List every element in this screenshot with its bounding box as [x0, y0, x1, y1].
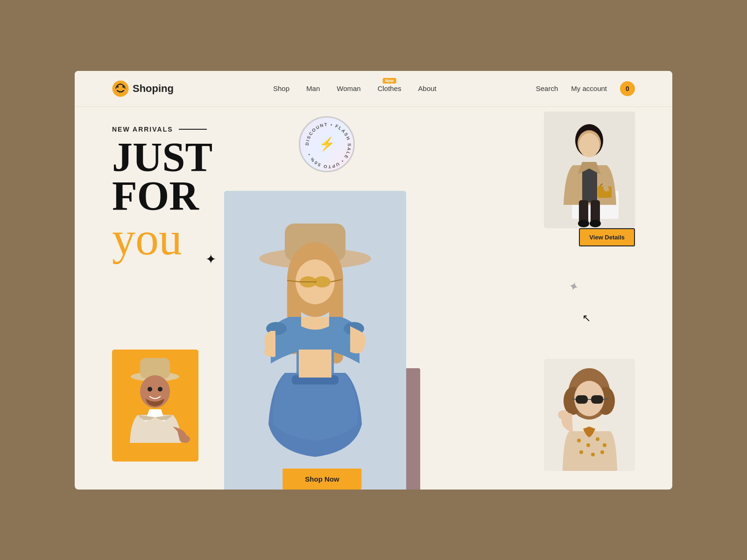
- new-badge: New: [383, 78, 396, 84]
- svg-point-37: [578, 220, 589, 227]
- search-button[interactable]: Search: [536, 84, 558, 92]
- sunglasses-model-svg: [544, 359, 635, 471]
- svg-point-26: [148, 387, 152, 392]
- header-actions: Search My account 0: [536, 81, 635, 96]
- center-image-wrapper: Shop Now: [224, 191, 420, 490]
- flash-sale-badge[interactable]: DISCOUNT • FLASH SALE • UPTO 50% • ⚡: [299, 116, 355, 172]
- main-content: NEW ARRIVALS JUST FOR you ✦ DISCOUNT • F…: [75, 107, 672, 490]
- svg-rect-46: [576, 395, 588, 404]
- svg-point-58: [558, 410, 569, 420]
- svg-point-53: [596, 437, 599, 441]
- svg-rect-21: [299, 350, 331, 378]
- cursor-icon: ↖: [582, 312, 591, 324]
- svg-point-18: [264, 347, 275, 357]
- man-model-svg: [112, 350, 198, 462]
- bottom-right-image-card: [544, 359, 635, 471]
- logo[interactable]: Shoping: [112, 80, 174, 97]
- logo-icon: [112, 80, 129, 97]
- new-arrivals-label: NEW ARRIVALS: [112, 126, 261, 133]
- svg-point-28: [181, 435, 190, 443]
- svg-point-55: [579, 450, 583, 454]
- svg-point-56: [591, 453, 595, 456]
- svg-point-51: [577, 439, 581, 442]
- nav-about[interactable]: About: [418, 84, 437, 92]
- svg-point-33: [579, 133, 599, 157]
- center-model-svg: [224, 191, 406, 490]
- svg-point-0: [113, 81, 128, 97]
- svg-point-57: [600, 450, 604, 454]
- svg-point-52: [586, 443, 590, 447]
- nav-clothes[interactable]: New Clothes: [378, 84, 402, 92]
- top-right-image-card: [544, 112, 635, 228]
- main-nav: Shop Man Woman New Clothes About: [273, 84, 437, 92]
- my-account-button[interactable]: My account: [571, 84, 607, 92]
- nav-man[interactable]: Man: [306, 84, 320, 92]
- svg-point-38: [590, 220, 601, 227]
- brand-name: Shoping: [133, 83, 174, 95]
- star-black-icon: ✦: [205, 252, 216, 267]
- browser-window: Shoping Shop Man Woman New Clothes About…: [75, 71, 672, 490]
- header: Shoping Shop Man Woman New Clothes About…: [75, 71, 672, 107]
- center-image-card: [224, 191, 406, 490]
- nav-woman[interactable]: Woman: [337, 84, 360, 92]
- coat-model-svg: [544, 112, 635, 228]
- man-image-card: [112, 350, 198, 462]
- view-details-button[interactable]: View Details: [579, 228, 635, 246]
- nav-shop[interactable]: Shop: [273, 84, 289, 92]
- shop-now-button[interactable]: Shop Now: [282, 469, 361, 490]
- hero-title-just: JUST: [112, 138, 261, 177]
- svg-point-54: [603, 443, 606, 447]
- star-gray-icon: ✦: [567, 278, 580, 295]
- svg-point-27: [158, 387, 162, 392]
- cart-button[interactable]: 0: [620, 81, 635, 96]
- lightning-icon: ⚡: [319, 136, 335, 152]
- svg-rect-47: [591, 395, 603, 404]
